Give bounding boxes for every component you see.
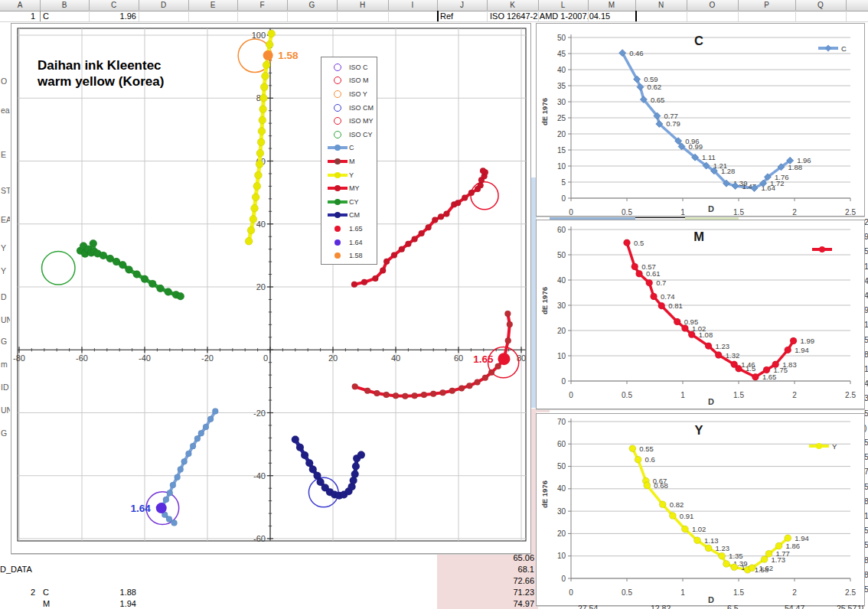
clipped-value: 54.47 — [785, 604, 804, 609]
column-header-E[interactable]: E — [188, 1, 237, 9]
svg-text:1.5: 1.5 — [733, 208, 744, 216]
series-line-icon — [326, 200, 349, 204]
svg-text:15: 15 — [557, 146, 566, 155]
legend-label: ISO MY — [349, 117, 374, 125]
legend-label: C — [349, 144, 354, 151]
clipped-text: G — [1, 337, 7, 346]
clipped-text: G — [1, 428, 7, 438]
svg-text:40: 40 — [557, 66, 566, 74]
pink-cell-value[interactable]: 68.1 — [442, 564, 534, 575]
pink-cell-value[interactable]: 72.66 — [442, 575, 534, 587]
clipped-value: 12.82 — [651, 604, 671, 609]
highlight-dot-1.58 — [263, 50, 273, 60]
column-header-N[interactable]: N — [635, 1, 687, 9]
cell-b-c[interactable]: C — [43, 587, 49, 598]
chart-m[interactable]: 010203040506000.511.522.5MdE 1976D0.50.5… — [536, 220, 865, 409]
svg-text:2: 2 — [792, 391, 797, 399]
clipped-text: D — [1, 292, 7, 301]
cell-c1[interactable]: 1.96 — [89, 11, 136, 21]
x-axis-label: D — [708, 397, 714, 406]
cell-iso-standard[interactable]: ISO 12647-2 AMD 1-2007.04.15 — [490, 11, 610, 21]
data-label: 1.94 — [795, 346, 809, 354]
data-label: 0.82 — [670, 500, 684, 509]
main-scatter-chart[interactable]: -80-60-40-2002040608010080604020-20-40-6… — [11, 23, 531, 554]
chart-c[interactable]: 0510152025303540455000.511.522.5CdE 1976… — [536, 23, 865, 217]
cell-ref[interactable]: Ref — [440, 11, 453, 21]
column-header-I[interactable]: I — [388, 1, 437, 9]
data-label: 0.7 — [656, 278, 666, 287]
data-label: 1.23 — [716, 342, 730, 350]
data-label: 1.99 — [801, 337, 815, 345]
highlight-label-1.65: 1.65 — [473, 353, 494, 365]
column-header-G[interactable]: G — [287, 1, 337, 9]
legend-item-iso-y: ISO Y — [326, 87, 377, 101]
column-header-M[interactable]: M — [588, 1, 635, 9]
gridline — [738, 11, 739, 21]
cell-b-m[interactable]: M — [43, 598, 50, 609]
svg-text:50: 50 — [557, 34, 566, 42]
column-header-K[interactable]: K — [487, 1, 538, 9]
column-header-F[interactable]: F — [237, 1, 287, 9]
column-header-H[interactable]: H — [337, 1, 388, 9]
pink-cell-value[interactable]: 74.97 — [442, 598, 534, 609]
y-axis-label: dE 1976 — [540, 480, 549, 508]
data-label: 0.61 — [646, 269, 661, 278]
clipped-cell-values-bottom: 27.5412.826.554.4725.5718.86 — [536, 604, 863, 609]
clipped-value: 6.5 — [727, 604, 739, 609]
legend-item-1-65: 1.65 — [326, 222, 377, 236]
open-circle-icon — [326, 64, 349, 71]
legend-label: 1.65 — [349, 225, 363, 233]
legend-item-cm: CM — [326, 209, 377, 223]
data-label: 0.74 — [661, 292, 675, 301]
data-label: 1.94 — [795, 534, 809, 542]
cell-c-188[interactable]: 1.88 — [89, 587, 136, 598]
clipped-value: 25.57 — [837, 604, 857, 609]
chart-c-plot: 0510152025303540455000.511.522.5CdE 1976… — [537, 24, 864, 216]
svg-text:-40: -40 — [253, 471, 266, 480]
series-line-icon — [326, 160, 349, 163]
data-label: 0.79 — [666, 119, 680, 128]
column-header-Q[interactable]: Q — [795, 1, 846, 9]
cell-c-194[interactable]: 1.94 — [89, 598, 136, 609]
y-axis-label: dE 1976 — [540, 98, 549, 125]
series-line-icon — [326, 146, 349, 149]
column-header-C[interactable]: C — [89, 1, 139, 9]
svg-text:-60: -60 — [76, 353, 88, 363]
legend-label: ISO M — [349, 77, 369, 84]
legend-item-my: MY — [326, 181, 377, 195]
legend-label-y: Y — [832, 442, 837, 451]
chart-y[interactable]: 01020304050607000.511.522.5YdE 1976DY0.5… — [536, 413, 865, 606]
chart-legend[interactable]: ISO CISO MISO YISO CMISO MYISO CYCMYMYCY… — [321, 57, 377, 265]
data-label: 1.11 — [702, 153, 716, 161]
column-headers[interactable]: ABCDEFGHIJKLMNOPQ — [0, 0, 868, 11]
main-chart-plot: -80-60-40-2002040608010080604020-20-40-6… — [11, 24, 530, 553]
dot-icon — [326, 226, 349, 232]
clipped-text: ID — [1, 383, 9, 392]
clipped-text: ST — [1, 186, 10, 195]
cell-border-thick — [437, 11, 439, 21]
pink-highlight-cells[interactable]: 65.0668.172.6671.2374.97 — [437, 552, 538, 609]
column-header-P[interactable]: P — [738, 1, 795, 9]
legend-label: CY — [349, 198, 359, 206]
highlight-dot-1.65 — [498, 353, 510, 365]
column-header-J[interactable]: J — [437, 1, 487, 9]
clipped-text: E — [1, 150, 6, 159]
clipped-text: UN — [1, 315, 10, 324]
x-axis-label: D — [708, 204, 714, 213]
cell-b1[interactable]: C — [43, 11, 49, 21]
clipped-text: m — [1, 360, 8, 369]
column-header-B[interactable]: B — [40, 1, 89, 9]
open-circle-icon — [326, 90, 349, 98]
svg-text:50: 50 — [557, 251, 566, 259]
column-header-D[interactable]: D — [139, 1, 188, 9]
open-circle-icon — [326, 117, 349, 125]
open-circle-icon — [326, 77, 349, 84]
column-header-O[interactable]: O — [687, 1, 738, 9]
svg-text:10: 10 — [557, 162, 566, 171]
data-label: 1.77 — [775, 549, 790, 558]
column-header-L[interactable]: L — [538, 1, 588, 9]
svg-text:2.5: 2.5 — [845, 391, 856, 399]
clipped-value: 18.86 — [857, 604, 863, 609]
pink-cell-value[interactable]: 71.23 — [442, 587, 534, 598]
legend-item-y: Y — [326, 168, 377, 182]
